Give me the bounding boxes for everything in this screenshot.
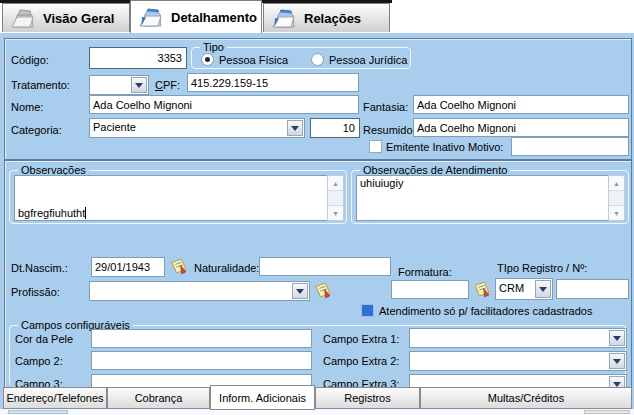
campo-extra-2-label: Campo Extra 2: xyxy=(323,355,399,367)
tab-inform-adicionais[interactable]: Inform. Adicionais xyxy=(210,385,315,410)
chevron-down-icon[interactable] xyxy=(287,120,303,136)
customer-detail-window: Visão Geral Detalhamento Relações Código… xyxy=(0,0,634,415)
campo-extra-1-select[interactable] xyxy=(409,328,627,348)
nome-label: Nome: xyxy=(11,101,43,113)
radio-pessoa-juridica[interactable]: Pessoa Jurídica xyxy=(311,53,407,66)
tab-label: Relações xyxy=(304,11,361,26)
tab-label: Visão Geral xyxy=(43,11,114,26)
tab-label: Detalhamento xyxy=(171,10,257,25)
bottom-panel-edge xyxy=(0,409,634,415)
bottom-right-fragment xyxy=(584,410,630,414)
formatura-label: Formatura: xyxy=(398,266,452,278)
dt-nascim-input[interactable] xyxy=(91,257,165,277)
radio-icon[interactable] xyxy=(311,53,324,66)
tratamento-select[interactable] xyxy=(89,75,149,95)
tab-label: Inform. Adicionais xyxy=(219,392,306,404)
radio-icon[interactable] xyxy=(201,53,214,66)
note-edit-icon[interactable] xyxy=(313,281,332,300)
tab-label: Cobrança xyxy=(135,392,183,404)
fantasia-label: Fantasia: xyxy=(363,101,408,113)
naturalidade-label: Naturalidade: xyxy=(194,262,259,274)
chevron-down-icon[interactable] xyxy=(609,353,625,369)
profissao-select[interactable] xyxy=(89,281,310,301)
codigo-label: Código: xyxy=(11,54,49,66)
chevron-down-icon[interactable] xyxy=(131,77,147,93)
scroll-down-arrow-icon[interactable]: ▼ xyxy=(609,205,624,220)
tipo-registro-select[interactable]: CRM xyxy=(495,278,553,300)
emitente-inativo-label: Emitente Inativo Motivo: xyxy=(386,141,503,153)
detalhamento-panel: Código: 3353 Tipo Pessoa Física Pessoa J… xyxy=(0,32,634,415)
resumido-label: Resumido: xyxy=(363,124,416,136)
campo-extra-2-select[interactable] xyxy=(409,351,627,371)
tab-endereco-telefones[interactable]: Endereço/Telefones xyxy=(3,387,107,409)
folder-open-icon xyxy=(9,6,35,30)
chevron-down-icon[interactable] xyxy=(609,330,625,346)
note-edit-icon[interactable] xyxy=(472,280,491,299)
tratamento-label: Tratamento: xyxy=(11,79,70,91)
observacoes-scrollbar[interactable]: ▲ ▼ xyxy=(327,175,344,221)
fantasia-input[interactable] xyxy=(413,95,629,114)
obs-atendimento-scrollbar[interactable]: ▲ ▼ xyxy=(608,175,625,221)
emitente-inativo-checkbox[interactable] xyxy=(369,140,382,153)
categoria-code-field: 10 xyxy=(310,118,360,138)
naturalidade-input[interactable] xyxy=(259,257,391,276)
scroll-down-arrow-icon[interactable]: ▼ xyxy=(328,205,343,220)
dt-nascim-label: Dt.Nascim.: xyxy=(11,262,68,274)
tipo-registro-value: CRM xyxy=(499,282,534,294)
cor-da-pele-input[interactable] xyxy=(91,329,312,348)
tab-label: Endereço/Telefones xyxy=(6,392,103,404)
categoria-select[interactable]: Paciente xyxy=(89,118,305,138)
bottom-left-fragment xyxy=(8,410,68,414)
tab-multas-creditos[interactable]: Multas/Créditos xyxy=(420,387,632,409)
tab-cobranca[interactable]: Cobrança xyxy=(107,387,210,409)
observacoes-text: bgfregfiuhutht xyxy=(18,207,85,219)
scroll-up-arrow-icon[interactable]: ▲ xyxy=(609,176,624,191)
observacoes-textarea[interactable]: bgfregfiuhutht xyxy=(14,175,328,221)
tipo-legend: Tipo xyxy=(200,41,227,53)
codigo-field: 3353 xyxy=(89,47,187,69)
campo-extra-1-label: Campo Extra 1: xyxy=(323,333,399,345)
obs-atendimento-textarea[interactable]: uhiuiugiy xyxy=(356,175,609,221)
chevron-down-icon[interactable] xyxy=(535,280,551,298)
obs-atendimento-text: uhiuiugiy xyxy=(360,177,403,189)
formatura-input[interactable] xyxy=(391,280,469,299)
nome-input[interactable] xyxy=(89,95,359,114)
chevron-down-icon[interactable] xyxy=(292,283,308,299)
tab-label: Multas/Créditos xyxy=(488,392,564,404)
note-edit-icon[interactable] xyxy=(169,257,188,276)
tab-label: Registros xyxy=(344,392,390,404)
resumido-input[interactable] xyxy=(413,118,629,137)
categoria-value: Paciente xyxy=(93,121,286,133)
profissao-label: Profissão: xyxy=(11,286,60,298)
radio-label: Pessoa Física xyxy=(219,54,288,66)
radio-pessoa-fisica[interactable]: Pessoa Física xyxy=(201,53,288,66)
campo-2-label: Campo 2: xyxy=(15,355,63,367)
folder-open-icon xyxy=(137,5,163,29)
atendimento-facilitadores-label: Atendimento só p/ facilitadores cadastra… xyxy=(379,305,592,317)
cpf-label: CPF: xyxy=(155,79,180,91)
tab-relacoes[interactable]: Relações xyxy=(263,3,390,32)
codigo-value: 3353 xyxy=(158,52,182,64)
cpf-input[interactable] xyxy=(187,73,359,92)
campo-2-input[interactable] xyxy=(91,351,312,370)
tipo-registro-label: TIpo Registro / Nº: xyxy=(497,262,587,274)
categoria-label: Categoria: xyxy=(11,124,62,136)
radio-label: Pessoa Jurídica xyxy=(329,54,407,66)
identity-panel: Código: 3353 Tipo Pessoa Física Pessoa J… xyxy=(4,38,632,160)
tab-registros[interactable]: Registros xyxy=(315,387,420,409)
tab-detalhamento[interactable]: Detalhamento xyxy=(130,0,262,33)
tab-visao-geral[interactable]: Visão Geral xyxy=(2,3,130,32)
folder-open-icon xyxy=(270,6,296,30)
cor-da-pele-label: Cor da Pele xyxy=(15,333,73,345)
scroll-up-arrow-icon[interactable]: ▲ xyxy=(328,176,343,191)
atendimento-facilitadores-checkbox[interactable] xyxy=(361,304,374,317)
registro-numero-input[interactable] xyxy=(556,279,629,299)
details-panel: Observações bgfregfiuhutht ▲ ▼ Observaçõ… xyxy=(4,160,632,389)
categoria-code-value: 10 xyxy=(343,122,355,134)
text-caret xyxy=(85,207,86,219)
emitente-motivo-input[interactable] xyxy=(511,137,629,156)
